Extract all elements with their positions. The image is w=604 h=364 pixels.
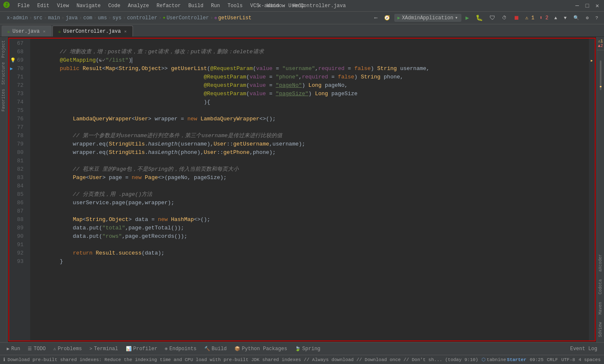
code-editor[interactable]: 67 68 💡 69 ▶ 70 71 72 73 74 75 76 77 78 …	[8, 37, 596, 342]
axcoder-label[interactable]: aXcoder	[598, 251, 603, 275]
breadcrumb-main[interactable]: main	[48, 15, 60, 21]
app-selector[interactable]: ▶ XAdminApplication ▾	[394, 14, 461, 22]
tab-java-icon: ☕	[7, 29, 10, 34]
breadcrumb-getuserlist[interactable]: getUserList	[218, 15, 251, 21]
ln-79: 79	[9, 140, 27, 148]
ln-93: 93	[9, 257, 27, 266]
minimize-button[interactable]: ─	[574, 3, 581, 9]
tab-controller-label: UserController.java	[63, 29, 121, 34]
profile-button[interactable]: ⏱	[500, 14, 509, 22]
breadcrumb-src[interactable]: src	[34, 15, 43, 21]
ln-68: 68	[9, 48, 27, 56]
breadcrumb-sys[interactable]: sys	[112, 15, 122, 21]
maximize-button[interactable]: □	[584, 3, 591, 9]
run-tab-label: Run	[11, 346, 21, 352]
controller-icon: ●	[163, 16, 165, 20]
sdview-label[interactable]: SdView	[598, 319, 603, 341]
ln-69: 💡 69	[9, 56, 27, 65]
error-indicator[interactable]: ▲2	[598, 44, 603, 48]
structure-panel-label[interactable]: Structure	[1, 60, 6, 86]
coverage-button[interactable]: 🛡	[487, 13, 498, 23]
warning-stripe	[600, 86, 601, 87]
encoding[interactable]: UTF-8	[561, 357, 575, 362]
ln-77: 77	[9, 123, 27, 132]
code-line-84	[30, 182, 589, 190]
codota-label[interactable]: Codota	[598, 276, 603, 298]
warning-count[interactable]: ⚠ 1	[523, 14, 536, 22]
tab-controller-close[interactable]: ✕	[123, 29, 128, 34]
debug-button[interactable]: 🐛	[473, 13, 485, 23]
breadcrumb-com[interactable]: com	[83, 15, 92, 21]
search-button[interactable]: 🔍	[571, 14, 582, 22]
notification-text: Download pre-built shared indexes: Reduc…	[8, 357, 479, 362]
menu-navigate[interactable]: Navigate	[73, 2, 104, 10]
tab-user-close[interactable]: ✕	[42, 29, 46, 34]
help-button[interactable]: ?	[593, 14, 601, 22]
stop-button[interactable]: ⏹	[511, 13, 522, 23]
breadcrumb-ums[interactable]: ums	[98, 15, 107, 21]
line-separator[interactable]: CRLF	[547, 357, 558, 362]
menu-build[interactable]: Build	[185, 2, 207, 10]
code-line-75	[30, 107, 589, 115]
app-selector-chevron: ▾	[455, 15, 458, 21]
indent[interactable]: 4 spaces	[578, 357, 601, 362]
breadcrumb-java[interactable]: java	[65, 15, 78, 21]
scrollbar-thumb[interactable]	[600, 60, 601, 90]
navigate-button[interactable]: 🧭	[382, 14, 393, 22]
tab-usercontroller-java[interactable]: ☕ UserController.java ✕	[52, 26, 133, 36]
spring-tab[interactable]: 🍃 Spring	[292, 345, 324, 353]
bottom-toolbar: ▶ Run ☰ TODO ⚠ Problems > Terminal 📊 Pro…	[0, 342, 604, 355]
error-count[interactable]: ⬆ 2	[538, 14, 550, 22]
tabnine-logo[interactable]: ⬡ tabnine Starter	[482, 357, 526, 362]
breadcrumb-usercontroller[interactable]: UserController	[167, 15, 209, 21]
close-button[interactable]: ✕	[594, 3, 601, 9]
menu-refactor[interactable]: Refactor	[153, 2, 184, 10]
menu-run[interactable]: Run	[208, 2, 224, 10]
event-log-area: Event Log	[567, 345, 601, 353]
run-tab[interactable]: ▶ Run	[3, 345, 23, 353]
problems-tab[interactable]: ⚠ Problems	[50, 345, 85, 353]
run-tab-icon: ▶	[7, 346, 10, 351]
code-line-89: data.put("total",page.getTotal());	[30, 224, 589, 232]
maven-label[interactable]: Maven	[598, 299, 603, 318]
window-title: x-admin - UserController.java	[258, 3, 346, 9]
code-content[interactable]: // 增删改查，增：post请求，查：get请求，修改：put请求，删除：del…	[30, 39, 589, 341]
spring-tab-icon: 🍃	[295, 346, 301, 351]
menu-analyze[interactable]: Analyze	[125, 2, 152, 10]
project-panel-label[interactable]: Project	[1, 39, 6, 60]
endpoints-tab[interactable]: ⊕ Endpoints	[161, 345, 200, 353]
main-content: Project Structure Favorites 67 68 💡 69 ▶…	[0, 37, 604, 342]
menu-view[interactable]: View	[54, 2, 73, 10]
warning-indicator[interactable]: ⚠1	[598, 39, 603, 44]
menu-file[interactable]: File	[14, 2, 33, 10]
breadcrumb-x-admin[interactable]: x-admin	[7, 15, 28, 21]
notification-bar: ℹ Download pre-built shared indexes: Red…	[0, 355, 604, 364]
favorites-panel-label[interactable]: Favorites	[1, 87, 6, 113]
down-arrow-button[interactable]: ▼	[561, 14, 569, 22]
back-button[interactable]: ⟵	[372, 14, 380, 22]
run-button[interactable]: ▶	[463, 13, 471, 23]
code-line-86: userService.page(page,wrapper);	[30, 199, 589, 207]
spring-tab-label: Spring	[302, 346, 320, 352]
tab-user-java[interactable]: ☕ User.java ✕	[2, 26, 52, 36]
cursor-position[interactable]: 69:25	[530, 357, 544, 362]
terminal-tab-label: Terminal	[94, 346, 118, 352]
menu-code[interactable]: Code	[105, 2, 124, 10]
menu-tools[interactable]: Tools	[224, 2, 246, 10]
menu-edit[interactable]: Edit	[34, 2, 53, 10]
ln-92: 92	[9, 249, 27, 257]
event-log-tab[interactable]: Event Log	[567, 345, 601, 353]
event-log-label: Event Log	[570, 346, 597, 352]
settings-button[interactable]: ⚙	[583, 14, 591, 22]
code-line-77	[30, 123, 589, 132]
up-arrow-button[interactable]: ▲	[552, 14, 560, 22]
left-panel: Project Structure Favorites	[0, 37, 8, 342]
build-tab[interactable]: 🔨 Build	[201, 345, 230, 353]
terminal-tab[interactable]: > Terminal	[86, 345, 121, 353]
breadcrumb-controller[interactable]: controller	[127, 15, 157, 21]
python-packages-tab[interactable]: 📦 Python Packages	[231, 345, 291, 353]
todo-tab-icon: ☰	[28, 346, 32, 351]
profiler-tab[interactable]: 📊 Profiler	[122, 345, 161, 353]
todo-tab[interactable]: ☰ TODO	[24, 345, 49, 353]
profiler-tab-icon: 📊	[126, 346, 132, 351]
